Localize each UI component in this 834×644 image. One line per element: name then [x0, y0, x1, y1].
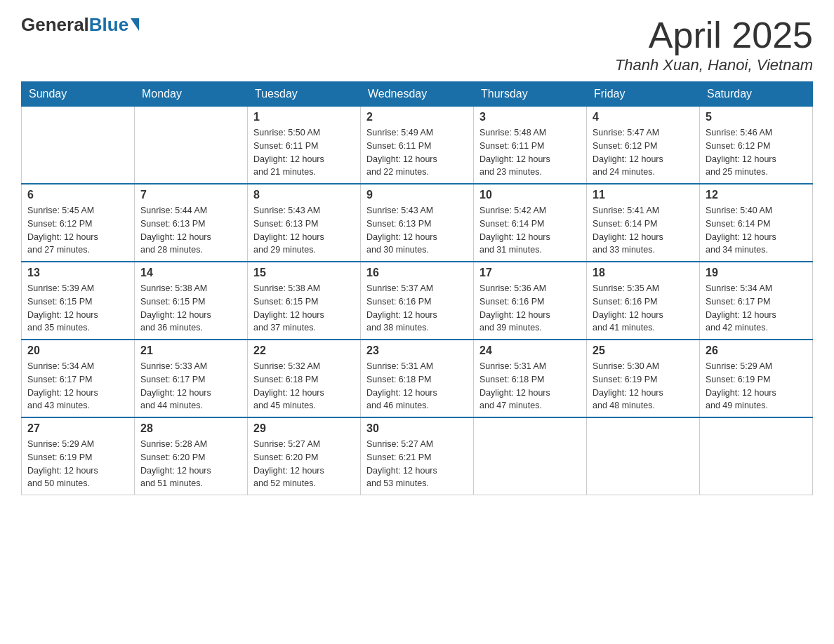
day-info: Sunrise: 5:43 AMSunset: 6:13 PMDaylight:…	[253, 204, 355, 257]
week-row-4: 20Sunrise: 5:34 AMSunset: 6:17 PMDayligh…	[22, 340, 813, 417]
logo: General Blue	[21, 14, 139, 36]
day-number: 18	[593, 267, 694, 279]
day-number: 22	[253, 344, 355, 357]
day-info: Sunrise: 5:28 AMSunset: 6:20 PMDaylight:…	[140, 438, 241, 490]
day-info: Sunrise: 5:34 AMSunset: 6:17 PMDaylight:…	[27, 360, 128, 412]
calendar-cell-w2-d1: 6Sunrise: 5:45 AMSunset: 6:12 PMDaylight…	[22, 184, 135, 262]
day-number: 27	[27, 422, 128, 435]
calendar-cell-w2-d2: 7Sunrise: 5:44 AMSunset: 6:13 PMDaylight…	[135, 184, 248, 262]
day-info: Sunrise: 5:38 AMSunset: 6:15 PMDaylight:…	[140, 282, 241, 335]
week-row-3: 13Sunrise: 5:39 AMSunset: 6:15 PMDayligh…	[22, 262, 813, 340]
day-info: Sunrise: 5:46 AMSunset: 6:12 PMDaylight:…	[706, 126, 807, 179]
title-section: April 2025 Thanh Xuan, Hanoi, Vietnam	[615, 14, 813, 74]
calendar-cell-w5-d1: 27Sunrise: 5:29 AMSunset: 6:19 PMDayligh…	[22, 417, 135, 495]
day-number: 1	[253, 111, 355, 123]
calendar-cell-w5-d5	[474, 417, 587, 495]
day-info: Sunrise: 5:47 AMSunset: 6:12 PMDaylight:…	[593, 126, 694, 179]
day-info: Sunrise: 5:29 AMSunset: 6:19 PMDaylight:…	[27, 438, 128, 490]
calendar-cell-w2-d3: 8Sunrise: 5:43 AMSunset: 6:13 PMDaylight…	[248, 184, 361, 262]
header-row: Sunday Monday Tuesday Wednesday Thursday…	[22, 82, 813, 107]
day-info: Sunrise: 5:32 AMSunset: 6:18 PMDaylight:…	[253, 360, 355, 412]
header-friday: Friday	[587, 82, 700, 107]
calendar-cell-w3-d7: 19Sunrise: 5:34 AMSunset: 6:17 PMDayligh…	[700, 262, 813, 340]
day-number: 24	[479, 344, 581, 357]
calendar-cell-w1-d6: 4Sunrise: 5:47 AMSunset: 6:12 PMDaylight…	[587, 107, 700, 185]
day-number: 5	[706, 111, 807, 123]
calendar-cell-w4-d4: 23Sunrise: 5:31 AMSunset: 6:18 PMDayligh…	[361, 340, 474, 417]
day-info: Sunrise: 5:37 AMSunset: 6:16 PMDaylight:…	[366, 282, 468, 335]
calendar-cell-w2-d7: 12Sunrise: 5:40 AMSunset: 6:14 PMDayligh…	[700, 184, 813, 262]
day-number: 15	[253, 267, 355, 279]
day-number: 14	[140, 267, 241, 279]
day-number: 3	[479, 111, 581, 123]
day-info: Sunrise: 5:38 AMSunset: 6:15 PMDaylight:…	[253, 282, 355, 335]
day-info: Sunrise: 5:41 AMSunset: 6:14 PMDaylight:…	[593, 204, 694, 257]
day-info: Sunrise: 5:50 AMSunset: 6:11 PMDaylight:…	[253, 126, 355, 179]
day-number: 12	[706, 189, 807, 201]
calendar-cell-w4-d7: 26Sunrise: 5:29 AMSunset: 6:19 PMDayligh…	[700, 340, 813, 417]
day-info: Sunrise: 5:31 AMSunset: 6:18 PMDaylight:…	[479, 360, 581, 412]
calendar-cell-w3-d4: 16Sunrise: 5:37 AMSunset: 6:16 PMDayligh…	[361, 262, 474, 340]
day-info: Sunrise: 5:45 AMSunset: 6:12 PMDaylight:…	[27, 204, 128, 257]
calendar-table: Sunday Monday Tuesday Wednesday Thursday…	[21, 81, 813, 495]
calendar-cell-w4-d2: 21Sunrise: 5:33 AMSunset: 6:17 PMDayligh…	[135, 340, 248, 417]
day-info: Sunrise: 5:42 AMSunset: 6:14 PMDaylight:…	[479, 204, 581, 257]
day-number: 20	[27, 344, 128, 357]
calendar-cell-w4-d5: 24Sunrise: 5:31 AMSunset: 6:18 PMDayligh…	[474, 340, 587, 417]
week-row-1: 1Sunrise: 5:50 AMSunset: 6:11 PMDaylight…	[22, 107, 813, 185]
logo-blue-part: Blue	[89, 14, 139, 36]
day-number: 16	[366, 267, 468, 279]
day-number: 25	[593, 344, 694, 357]
header-tuesday: Tuesday	[248, 82, 361, 107]
calendar-cell-w1-d1	[22, 107, 135, 185]
header-sunday: Sunday	[22, 82, 135, 107]
day-info: Sunrise: 5:48 AMSunset: 6:11 PMDaylight:…	[479, 126, 581, 179]
calendar-cell-w2-d5: 10Sunrise: 5:42 AMSunset: 6:14 PMDayligh…	[474, 184, 587, 262]
week-row-5: 27Sunrise: 5:29 AMSunset: 6:19 PMDayligh…	[22, 417, 813, 495]
day-info: Sunrise: 5:27 AMSunset: 6:21 PMDaylight:…	[366, 438, 468, 490]
day-info: Sunrise: 5:43 AMSunset: 6:13 PMDaylight:…	[366, 204, 468, 257]
logo-triangle-icon	[131, 18, 139, 31]
day-number: 11	[593, 189, 694, 201]
header-wednesday: Wednesday	[361, 82, 474, 107]
day-number: 29	[253, 422, 355, 435]
day-info: Sunrise: 5:44 AMSunset: 6:13 PMDaylight:…	[140, 204, 241, 257]
day-number: 4	[593, 111, 694, 123]
month-title: April 2025	[615, 14, 813, 56]
day-info: Sunrise: 5:34 AMSunset: 6:17 PMDaylight:…	[706, 282, 807, 335]
calendar-cell-w3-d5: 17Sunrise: 5:36 AMSunset: 6:16 PMDayligh…	[474, 262, 587, 340]
day-number: 21	[140, 344, 241, 357]
day-info: Sunrise: 5:40 AMSunset: 6:14 PMDaylight:…	[706, 204, 807, 257]
day-info: Sunrise: 5:36 AMSunset: 6:16 PMDaylight:…	[479, 282, 581, 335]
calendar-cell-w5-d2: 28Sunrise: 5:28 AMSunset: 6:20 PMDayligh…	[135, 417, 248, 495]
calendar-cell-w4-d1: 20Sunrise: 5:34 AMSunset: 6:17 PMDayligh…	[22, 340, 135, 417]
day-number: 13	[27, 267, 128, 279]
day-number: 28	[140, 422, 241, 435]
calendar-cell-w5-d4: 30Sunrise: 5:27 AMSunset: 6:21 PMDayligh…	[361, 417, 474, 495]
calendar-cell-w5-d3: 29Sunrise: 5:27 AMSunset: 6:20 PMDayligh…	[248, 417, 361, 495]
calendar-cell-w1-d4: 2Sunrise: 5:49 AMSunset: 6:11 PMDaylight…	[361, 107, 474, 185]
day-info: Sunrise: 5:35 AMSunset: 6:16 PMDaylight:…	[593, 282, 694, 335]
day-number: 19	[706, 267, 807, 279]
day-number: 7	[140, 189, 241, 201]
calendar-cell-w1-d7: 5Sunrise: 5:46 AMSunset: 6:12 PMDaylight…	[700, 107, 813, 185]
calendar-cell-w5-d7	[700, 417, 813, 495]
calendar-cell-w4-d6: 25Sunrise: 5:30 AMSunset: 6:19 PMDayligh…	[587, 340, 700, 417]
day-number: 17	[479, 267, 581, 279]
logo-blue-text: Blue	[89, 14, 128, 36]
day-number: 2	[366, 111, 468, 123]
day-number: 26	[706, 344, 807, 357]
page-header: General Blue April 2025 Thanh Xuan, Hano…	[21, 14, 813, 74]
week-row-2: 6Sunrise: 5:45 AMSunset: 6:12 PMDaylight…	[22, 184, 813, 262]
calendar-cell-w2-d6: 11Sunrise: 5:41 AMSunset: 6:14 PMDayligh…	[587, 184, 700, 262]
day-number: 6	[27, 189, 128, 201]
day-number: 30	[366, 422, 468, 435]
calendar-cell-w3-d1: 13Sunrise: 5:39 AMSunset: 6:15 PMDayligh…	[22, 262, 135, 340]
day-number: 8	[253, 189, 355, 201]
calendar-cell-w3-d3: 15Sunrise: 5:38 AMSunset: 6:15 PMDayligh…	[248, 262, 361, 340]
calendar-cell-w1-d3: 1Sunrise: 5:50 AMSunset: 6:11 PMDaylight…	[248, 107, 361, 185]
logo-general-text: General	[21, 14, 89, 36]
calendar-cell-w1-d5: 3Sunrise: 5:48 AMSunset: 6:11 PMDaylight…	[474, 107, 587, 185]
day-number: 23	[366, 344, 468, 357]
calendar-cell-w3-d6: 18Sunrise: 5:35 AMSunset: 6:16 PMDayligh…	[587, 262, 700, 340]
